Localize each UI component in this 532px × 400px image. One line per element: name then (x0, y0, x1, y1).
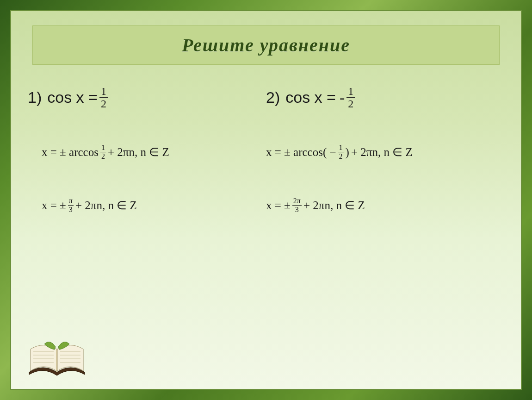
frac-num: 1 (100, 144, 106, 152)
frac-num: 1 (99, 86, 108, 98)
book-icon (27, 338, 87, 381)
problem-2-rhs-frac: 1 2 (346, 86, 355, 109)
frac-den: 2 (99, 98, 108, 109)
problem-2-col: 2) cos x = - 1 2 (266, 76, 504, 119)
sol-text: x = ± arccos (42, 146, 99, 159)
sol-text: x = ± (266, 199, 291, 212)
sol-text: + 2πn, n ∈ Z (108, 145, 169, 159)
solutions-left: x = ± arccos 1 2 + 2πn, n ∈ Z x = ± π 3 … (28, 119, 266, 213)
sol-frac: 1 2 (100, 144, 106, 160)
sol-text: x = ± (42, 199, 66, 212)
problem-2: 2) cos x = - 1 2 (266, 86, 504, 109)
solution-2b: x = ± 2π 3 + 2πn, n ∈ Z (266, 197, 504, 213)
problem-2-sign: - (340, 89, 345, 106)
solution-2a: x = ± arccos( − 1 2 ) + 2πn, n ∈ Z (266, 144, 504, 160)
sol-text: + 2πn, n ∈ Z (303, 199, 365, 212)
frac-den: 2 (100, 152, 106, 160)
problem-1-col: 1) cos x = 1 2 (28, 76, 266, 119)
solutions-right: x = ± arccos( − 1 2 ) + 2πn, n ∈ Z x = ±… (266, 119, 504, 213)
slide-title: Решите уравнение (182, 34, 350, 56)
solutions-row: x = ± arccos 1 2 + 2πn, n ∈ Z x = ± π 3 … (28, 119, 504, 213)
sol-text: x = ± arccos( − (266, 146, 336, 159)
solution-1a: x = ± arccos 1 2 + 2πn, n ∈ Z (42, 144, 266, 160)
frac-num: 1 (346, 86, 355, 98)
frac-den: 2 (346, 98, 355, 109)
title-bar: Решите уравнение (32, 25, 500, 65)
problem-1-lhs: cos x = (47, 88, 98, 106)
slide-content: 1) cos x = 1 2 2) cos x = - 1 2 (28, 76, 504, 372)
sol-text: + 2πn, n ∈ Z (75, 199, 137, 212)
solution-1b: x = ± π 3 + 2πn, n ∈ Z (42, 197, 266, 213)
frac-num: π (68, 197, 74, 206)
problem-1-number: 1) (28, 88, 42, 106)
sol-frac: 1 2 (338, 144, 344, 160)
sol-frac: π 3 (68, 197, 74, 213)
problem-1: 1) cos x = 1 2 (28, 86, 266, 109)
problem-2-lhs: cos x = (285, 88, 336, 106)
frac-den: 3 (294, 206, 300, 213)
frac-den: 2 (338, 152, 344, 160)
problem-2-number: 2) (266, 88, 280, 106)
sol-frac: 2π 3 (292, 197, 302, 213)
frac-den: 3 (68, 206, 74, 213)
problem-1-rhs-frac: 1 2 (99, 86, 108, 109)
frac-num: 2π (292, 197, 302, 206)
frac-num: 1 (338, 144, 344, 152)
problems-row: 1) cos x = 1 2 2) cos x = - 1 2 (28, 76, 504, 119)
sol-text: + 2πn, n ∈ Z (351, 145, 413, 159)
sol-close: ) (346, 146, 349, 159)
